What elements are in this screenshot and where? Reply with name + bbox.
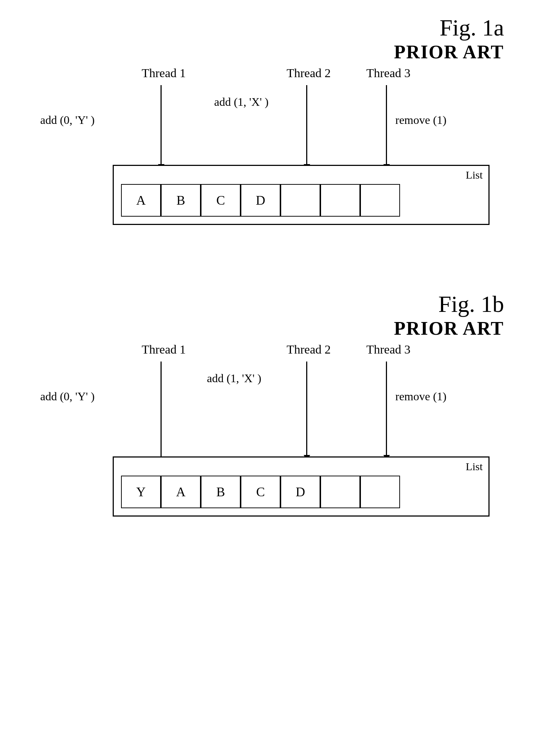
fig1b-thread3-arrow	[386, 362, 387, 456]
fig1b-cell-0: Y	[121, 476, 161, 508]
fig1a-thread2-label: Thread 2	[287, 66, 331, 80]
fig1a-cell-4	[280, 184, 320, 217]
fig1b-cell-4: D	[280, 476, 320, 508]
fig1a-op3-label: remove (1)	[395, 113, 446, 127]
figure-1b: Fig. 1b PRIOR ART add (0, 'Y' ) Thread 1…	[33, 291, 504, 589]
fig1a-cell-0: A	[121, 184, 161, 217]
fig1a-op2-label: add (1, 'X' )	[214, 95, 268, 109]
fig1a-list-label: List	[466, 169, 483, 181]
fig1b-cell-2: B	[201, 476, 241, 508]
fig1b-op2-label: add (1, 'X' )	[207, 372, 261, 385]
fig1b-cell-6	[360, 476, 400, 508]
fig1b-title-sub: PRIOR ART	[33, 318, 504, 339]
page: Fig. 1a PRIOR ART add (0, 'Y' ) Thread 1…	[0, 0, 537, 756]
fig1a-cell-2: C	[201, 184, 241, 217]
fig1b-list-container: List Y A B C D	[113, 456, 490, 517]
fig1a-op1-label: add (0, 'Y' )	[40, 113, 95, 127]
fig1a-list-container: List A B C D	[113, 165, 490, 225]
fig1b-cell-1: A	[161, 476, 201, 508]
fig1a-cells: A B C D	[121, 184, 481, 217]
fig1a-thread2-arrow	[306, 85, 307, 165]
fig1a-title-main: Fig. 1a	[33, 14, 504, 41]
figure-1a: Fig. 1a PRIOR ART add (0, 'Y' ) Thread 1…	[33, 14, 504, 262]
fig1a-cell-3: D	[241, 184, 280, 217]
fig1b-cell-3: C	[241, 476, 280, 508]
fig1b-title: Fig. 1b PRIOR ART	[33, 291, 504, 339]
fig1a-cell-5	[320, 184, 360, 217]
fig1a-thread3-label: Thread 3	[366, 66, 411, 80]
fig1b-title-main: Fig. 1b	[33, 291, 504, 318]
fig1a-thread1-arrow	[161, 85, 162, 165]
fig1a-cell-1: B	[161, 184, 201, 217]
fig1b-cell-5	[320, 476, 360, 508]
fig1b-op1-label: add (0, 'Y' )	[40, 390, 95, 403]
fig1b-thread1-label: Thread 1	[142, 343, 186, 356]
fig1a-cell-6	[360, 184, 400, 217]
fig1b-op3-label: remove (1)	[395, 390, 446, 403]
fig1b-thread3-label: Thread 3	[366, 343, 411, 356]
fig1b-cells: Y A B C D	[121, 476, 481, 508]
fig1a-title-sub: PRIOR ART	[33, 41, 504, 63]
fig1a-title: Fig. 1a PRIOR ART	[33, 14, 504, 63]
fig1a-thread3-arrow	[386, 85, 387, 165]
fig1b-thread2-label: Thread 2	[287, 343, 331, 356]
fig1b-thread2-arrow	[306, 362, 307, 456]
fig1b-list-label: List	[466, 460, 483, 473]
fig1a-thread1-label: Thread 1	[142, 66, 186, 80]
